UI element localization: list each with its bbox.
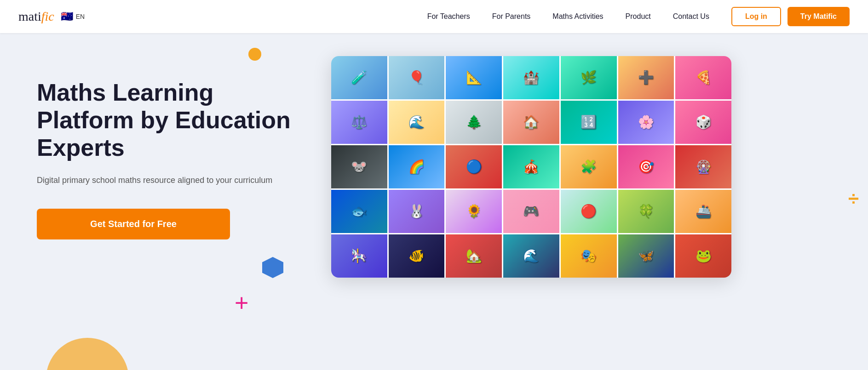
game-cell: 🍕	[675, 56, 731, 99]
nav-product[interactable]: Product	[626, 12, 651, 21]
game-cell: 🐠	[389, 234, 445, 278]
game-cell: 🏰	[503, 56, 559, 99]
game-cell: 🌿	[561, 56, 617, 99]
games-grid: 🧪🎈📐🏰🌿➕🍕⚖️🌊🌲🏠🔢🌸🎲🐭🌈🔵🎪🧩🎯🎡🐟🐰🌻🎮🔴🍀🚢🎠🐠🏡🌊🎭🦋🐸	[331, 56, 731, 278]
game-cell: 🎮	[503, 190, 559, 233]
logo: matific	[18, 9, 54, 24]
game-cell: ⚖️	[331, 101, 387, 144]
game-cell: 🔢	[561, 101, 617, 144]
flag-icon: 🇦🇺	[61, 11, 73, 23]
decorative-arc-shape	[46, 338, 129, 370]
nav-contact-us[interactable]: Contact Us	[673, 12, 709, 21]
decorative-circle-shape	[248, 48, 261, 61]
game-cell: 🐭	[331, 145, 387, 188]
game-cell: 🧩	[561, 145, 617, 188]
logo-italic: fic	[41, 9, 54, 23]
decorative-plus-shape: +	[235, 291, 248, 315]
game-cell: 🔵	[446, 145, 502, 188]
hero-content: Maths Learning Platform by Education Exp…	[37, 61, 304, 239]
nav-for-teachers[interactable]: For Teachers	[427, 12, 470, 21]
game-cell: 🐸	[675, 234, 731, 278]
logo-area: matific 🇦🇺 EN	[18, 9, 85, 24]
decorative-division-shape: ÷	[848, 189, 859, 209]
login-button[interactable]: Log in	[731, 7, 781, 26]
main-nav: For Teachers For Parents Maths Activitie…	[427, 12, 709, 21]
game-cell: 🍀	[618, 190, 674, 233]
game-cell: 🎡	[675, 145, 731, 188]
game-cell: 🎪	[503, 145, 559, 188]
game-cell: 🏠	[503, 101, 559, 144]
game-cell: 🎈	[389, 56, 445, 99]
get-started-button[interactable]: Get Started for Free	[37, 209, 230, 239]
game-cell: 🐰	[389, 190, 445, 233]
nav-for-parents[interactable]: For Parents	[492, 12, 531, 21]
game-cell: 🎯	[618, 145, 674, 188]
try-matific-button[interactable]: Try Matific	[788, 7, 850, 26]
game-cell: 🌊	[389, 101, 445, 144]
game-cell: 🦋	[618, 234, 674, 278]
game-cell: 🌈	[389, 145, 445, 188]
game-cell: 🌊	[503, 234, 559, 278]
game-cell: 🚢	[675, 190, 731, 233]
hero-section: + ÷ Maths Learning Platform by Education…	[0, 33, 868, 370]
game-cell: 🐟	[331, 190, 387, 233]
game-cell: 🌸	[618, 101, 674, 144]
decorative-hex-shape	[262, 257, 283, 278]
nav-maths-activities[interactable]: Maths Activities	[552, 12, 603, 21]
game-cell: 🎭	[561, 234, 617, 278]
language-label: EN	[76, 13, 85, 20]
header: matific 🇦🇺 EN For Teachers For Parents M…	[0, 0, 868, 33]
hero-title: Maths Learning Platform by Education Exp…	[37, 79, 304, 161]
game-cell: 🌲	[446, 101, 502, 144]
games-grid-section: 🧪🎈📐🏰🌿➕🍕⚖️🌊🌲🏠🔢🌸🎲🐭🌈🔵🎪🧩🎯🎡🐟🐰🌻🎮🔴🍀🚢🎠🐠🏡🌊🎭🦋🐸	[304, 61, 831, 278]
game-cell: 📐	[446, 56, 502, 99]
game-cell: 🧪	[331, 56, 387, 99]
game-cell: 🏡	[446, 234, 502, 278]
game-cell: 🎲	[675, 101, 731, 144]
flag-lang-selector[interactable]: 🇦🇺 EN	[61, 11, 85, 23]
game-cell: 🎠	[331, 234, 387, 278]
game-cell: ➕	[618, 56, 674, 99]
game-cell: 🔴	[561, 190, 617, 233]
hero-subtitle: Digital primary school maths resource al…	[37, 174, 304, 187]
game-cell: 🌻	[446, 190, 502, 233]
